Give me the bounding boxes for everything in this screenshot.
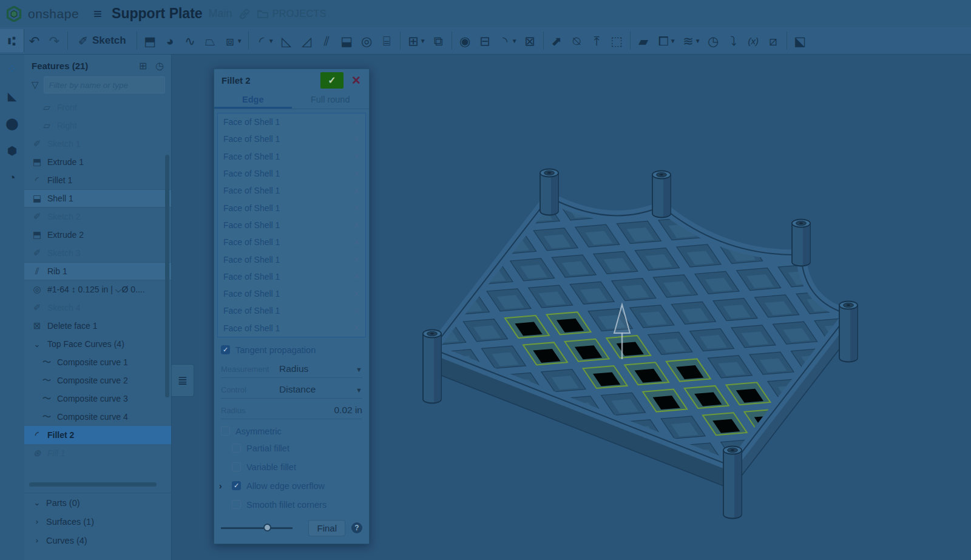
mass-properties-icon[interactable]: ◷ (703, 29, 723, 52)
share-link-icon[interactable] (239, 8, 251, 20)
expand-chevron-icon[interactable]: › (219, 444, 226, 453)
feature-row-front[interactable]: ▱Front (24, 98, 171, 116)
remove-face-icon[interactable]: ✕ (353, 306, 360, 315)
remove-face-icon[interactable]: ✕ (353, 323, 360, 332)
feature-row-delete-face-1[interactable]: ⊠Delete face 1 (24, 317, 171, 335)
insert-folder-icon[interactable]: ⊞ (139, 60, 147, 72)
feature-filter-input[interactable] (44, 76, 165, 93)
help-cube-icon[interactable]: ⬢ (7, 144, 18, 158)
feature-tree-toggle-icon[interactable]: ⑆ (0, 29, 24, 52)
field-value[interactable]: Distance (279, 384, 316, 395)
feature-row-extrude-2[interactable]: ⬒Extrude 2 (24, 226, 171, 244)
slider-knob[interactable] (263, 524, 271, 531)
asymmetric-row[interactable]: Asymmetric (214, 419, 369, 439)
expand-chevron-icon[interactable]: › (219, 481, 226, 491)
feature-row-composite-curve-1[interactable]: 〜Composite curve 1 (24, 353, 171, 371)
face-selection-item[interactable]: Face of Shell 1✕ (218, 148, 365, 165)
tab-full-round[interactable]: Full round (292, 91, 370, 109)
hole-icon[interactable]: ◎ (357, 29, 377, 52)
field-control[interactable]: ControlDistance▼ (221, 384, 362, 399)
remove-face-icon[interactable]: ✕ (353, 238, 360, 247)
rollback-slider[interactable] (221, 524, 293, 532)
split-icon[interactable]: ⊟ (475, 29, 495, 52)
shell-icon[interactable]: ⬓ (337, 29, 357, 52)
stopwatch-icon[interactable]: ◷ (155, 60, 164, 72)
help-icon[interactable]: ? (351, 522, 362, 533)
redo-icon[interactable]: ↷ (44, 29, 64, 52)
expand-chevron-icon[interactable]: › (219, 500, 226, 509)
remove-face-icon[interactable]: ✕ (353, 255, 360, 264)
asymmetric-checkbox[interactable] (221, 427, 230, 436)
smooth-fillet-corners-checkbox[interactable] (232, 500, 241, 509)
workspace-branch[interactable]: Main (209, 7, 232, 20)
expand-chevron-icon[interactable]: › (219, 462, 226, 471)
move-face-icon[interactable]: ⬈ (547, 29, 567, 52)
document-title[interactable]: Support Plate (112, 5, 203, 22)
partial-fillet-checkbox[interactable] (232, 444, 241, 453)
dropdown-caret-icon[interactable]: ▼ (356, 386, 362, 394)
field-measurement[interactable]: MeasurementRadius▼ (221, 363, 362, 378)
remove-face-icon[interactable]: ✕ (353, 220, 360, 229)
more-icon[interactable]: ⬕ (790, 29, 810, 52)
feature-list-flyout-toggle[interactable]: ≣ (172, 364, 194, 397)
field-radius[interactable]: Radius0.02 in (221, 405, 362, 419)
named-positions-icon[interactable]: ⧄ (763, 29, 783, 52)
project-folder-icon[interactable] (257, 8, 269, 20)
feature-row-right[interactable]: ▱Right (24, 116, 171, 135)
face-selection-item[interactable]: Face of Shell 1✕ (218, 234, 365, 251)
tab-edge[interactable]: Edge (214, 91, 292, 109)
face-selection-item[interactable]: Face of Shell 1✕ (218, 199, 365, 216)
undo-icon[interactable]: ↶ (24, 29, 44, 52)
feature-row-fillet-2[interactable]: ◜Fillet 2 (24, 426, 171, 444)
feature-row-1-64-0-125-in-0[interactable]: ◎#1-64 ↕ 0.125 in | ⌵Ø 0.... (24, 280, 171, 299)
insert-studio-icon[interactable]: ⁘ (7, 62, 17, 76)
boolean-icon[interactable]: ◉ (455, 29, 475, 52)
section-curves-4[interactable]: ›Curves (4) (24, 531, 171, 550)
remove-face-icon[interactable]: ✕ (353, 203, 360, 212)
remove-face-icon[interactable]: ✕ (353, 289, 360, 299)
section-parts-0[interactable]: ⌄Parts (0) (24, 493, 171, 512)
delete-face-icon[interactable]: ⊠ (520, 29, 540, 52)
feature-row-shell-1[interactable]: ⬓Shell 1 (24, 189, 171, 207)
remove-face-icon[interactable]: ✕ (353, 272, 360, 281)
feature-row-top-face-curves-4[interactable]: ⌄Top Face Curves (4) (24, 335, 171, 353)
feature-row-rib-1[interactable]: ⫽Rib 1 (24, 262, 171, 280)
chamfer-icon[interactable]: ◺ (277, 29, 297, 52)
feature-row-sketch-4[interactable]: ✐Sketch 4 (24, 299, 171, 317)
remove-face-icon[interactable]: ✕ (353, 186, 360, 195)
tangent-propagation-row[interactable]: ✓ Tangent propagation (214, 340, 369, 357)
sweep-icon[interactable]: ∿ (180, 29, 200, 52)
option-partial-fillet[interactable]: ›Partial fillet (214, 439, 369, 457)
project-name[interactable]: PROJECTS (272, 8, 326, 19)
field-value[interactable]: Radius (279, 363, 308, 374)
option-variable-fillet[interactable]: ›Variable fillet (214, 457, 369, 476)
comment-icon[interactable]: ⬤ (5, 116, 18, 130)
enclose-icon[interactable]: ⬚ (607, 29, 627, 52)
face-selection-item[interactable]: Face of Shell 1✕ (218, 113, 365, 130)
linear-pattern-dropdown-caret[interactable]: ▼ (420, 38, 428, 44)
feature-row-extrude-1[interactable]: ⬒Extrude 1 (24, 153, 171, 171)
vertical-scrollbar[interactable] (165, 155, 169, 397)
remove-face-icon[interactable]: ✕ (353, 152, 360, 161)
extrude-icon[interactable]: ⬒ (140, 29, 160, 52)
import-icon[interactable]: ⤵ (723, 29, 743, 52)
variable-fillet-checkbox[interactable] (232, 462, 241, 471)
remove-face-icon[interactable]: ✕ (353, 169, 360, 178)
timer-icon[interactable]: ◔ (8, 171, 15, 184)
helix-dropdown-caret[interactable]: ▼ (695, 38, 703, 44)
feature-row-sketch-1[interactable]: ✐Sketch 1 (24, 135, 171, 153)
allow-edge-overflow-checkbox[interactable]: ✓ (232, 481, 241, 490)
option-smooth-fillet-corners[interactable]: ›Smooth fillet corners (214, 495, 369, 514)
filter-funnel-icon[interactable]: ▽ (32, 79, 39, 90)
face-selection-item[interactable]: Face of Shell 1✕ (218, 217, 365, 234)
final-button[interactable]: Final (308, 520, 345, 536)
transform-icon[interactable]: ⤒ (587, 29, 607, 52)
section-surfaces-1[interactable]: ›Surfaces (1) (24, 512, 171, 531)
variable-icon[interactable]: (x) (743, 29, 763, 52)
feature-row-fillet-1[interactable]: ◜Fillet 1 (24, 171, 171, 189)
delete-part-icon[interactable]: ⍉ (567, 29, 587, 52)
mirror-icon[interactable]: ⧉ (428, 29, 448, 52)
cancel-button[interactable]: ✕ (348, 72, 364, 89)
remove-face-icon[interactable]: ✕ (353, 135, 360, 144)
feature-row-composite-curve-2[interactable]: 〜Composite curve 2 (24, 371, 171, 390)
